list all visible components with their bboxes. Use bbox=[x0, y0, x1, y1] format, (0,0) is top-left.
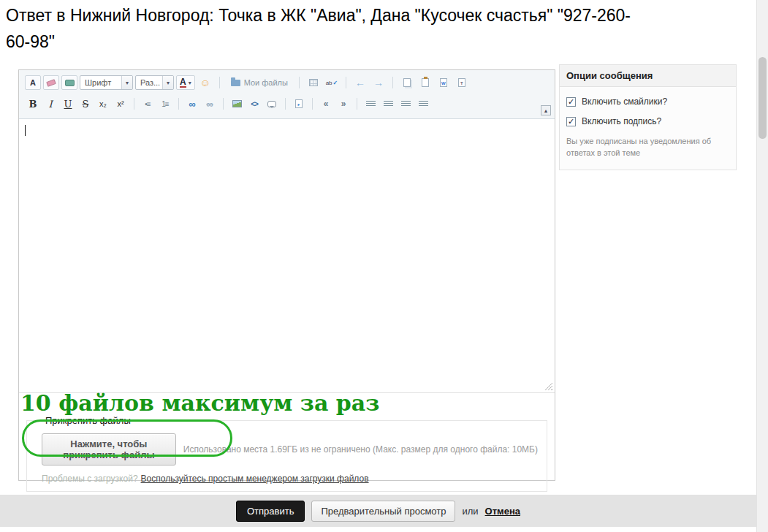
scrollbar-thumb[interactable] bbox=[759, 57, 767, 139]
italic-button[interactable]: I bbox=[42, 96, 58, 111]
editor-mode-button[interactable] bbox=[61, 75, 77, 90]
code-icon: <> bbox=[251, 100, 258, 108]
chevron-down-icon: ▾ bbox=[121, 76, 132, 89]
toolbar-separator bbox=[285, 98, 286, 110]
chevron-down-icon: ▾ bbox=[162, 76, 173, 89]
spellcheck-button[interactable]: ab✓ bbox=[324, 75, 340, 90]
strikethrough-button[interactable]: S bbox=[77, 96, 94, 111]
attach-row: Нажмите, чтобы прикрепить файлы Использо… bbox=[42, 433, 538, 466]
source-icon: A bbox=[30, 78, 36, 87]
attach-files-button[interactable]: Нажмите, чтобы прикрепить файлы bbox=[42, 433, 176, 466]
indent-button[interactable]: » bbox=[335, 96, 351, 111]
italic-icon: I bbox=[43, 97, 58, 110]
align-center-button[interactable] bbox=[380, 96, 396, 111]
simple-uploader-link[interactable]: Воспользуйтесь простым менеджером загруз… bbox=[141, 474, 369, 484]
toolbar-separator bbox=[219, 77, 220, 88]
ordered-list-button[interactable]: 1≡ bbox=[157, 96, 173, 111]
superscript-icon: x² bbox=[113, 97, 128, 110]
redo-button[interactable]: → bbox=[370, 75, 387, 90]
editor-resize-handle[interactable] bbox=[544, 382, 552, 390]
upload-problems-row: Проблемы с загрузкой?Воспользуйтесь прос… bbox=[42, 474, 538, 484]
table-button[interactable] bbox=[305, 75, 322, 90]
upload-problems-text: Проблемы с загрузкой? bbox=[42, 474, 138, 484]
unlink-icon: ∞ bbox=[206, 99, 213, 110]
insert-attachment-button[interactable]: ▸ bbox=[291, 96, 307, 111]
source-mode-button[interactable]: A bbox=[25, 75, 41, 90]
storage-usage-text: Использовано места 1.69ГБ из не ограниче… bbox=[183, 444, 538, 455]
remove-format-button[interactable] bbox=[43, 75, 59, 90]
paste-button[interactable] bbox=[417, 75, 433, 90]
size-dropdown-label: Раз... bbox=[136, 76, 162, 89]
enable-smilies-option[interactable]: ✓ Включить смайлики? bbox=[566, 96, 729, 107]
message-options-panel: Опции сообщения ✓ Включить смайлики? ✓ В… bbox=[559, 64, 737, 170]
spellcheck-icon: ab✓ bbox=[326, 80, 338, 86]
superscript-button[interactable]: x² bbox=[113, 96, 129, 111]
subscript-button[interactable]: x₂ bbox=[95, 96, 111, 111]
outdent-icon: « bbox=[324, 99, 329, 109]
my-files-button[interactable]: Мои файлы bbox=[226, 75, 293, 90]
submit-button[interactable]: Отправить bbox=[236, 501, 305, 522]
cancel-link[interactable]: Отмена bbox=[485, 506, 520, 517]
page-scrollbar[interactable] bbox=[756, 0, 768, 532]
page-title: Ответ в Нижний Новгород: Точка в ЖК "Ави… bbox=[6, 3, 645, 55]
toolbar-separator bbox=[346, 77, 346, 88]
paste-as-text-button[interactable]: T bbox=[454, 75, 470, 90]
editor-scroll-up-button[interactable]: ▲ bbox=[541, 105, 551, 115]
insert-link-button[interactable]: ∞ bbox=[184, 96, 200, 111]
align-right-button[interactable] bbox=[398, 96, 414, 111]
message-options-title: Опции сообщения bbox=[560, 65, 736, 87]
quote-icon bbox=[267, 101, 276, 107]
preview-button[interactable]: Предварительный просмотр bbox=[311, 501, 455, 522]
link-icon: ∞ bbox=[189, 99, 195, 110]
subscript-icon: x₂ bbox=[96, 97, 110, 110]
toolbar-separator bbox=[357, 98, 357, 110]
enable-signature-checkbox[interactable]: ✓ bbox=[566, 117, 576, 126]
toolbar-separator bbox=[299, 77, 300, 88]
size-dropdown[interactable]: Раз... ▾ bbox=[135, 75, 174, 90]
checkmark-icon: ✓ bbox=[568, 118, 574, 126]
folder-icon bbox=[231, 80, 240, 86]
outdent-button[interactable]: « bbox=[318, 96, 334, 111]
paste-from-word-button[interactable]: W bbox=[436, 75, 452, 90]
or-text: или bbox=[462, 506, 478, 517]
align-justify-button[interactable] bbox=[415, 96, 431, 111]
chevron-down-icon: ▾ bbox=[189, 80, 191, 86]
underline-icon: U bbox=[61, 97, 75, 110]
toolbar-separator bbox=[134, 98, 134, 110]
toolbar-separator bbox=[392, 77, 393, 88]
font-color-button[interactable]: A ▾ bbox=[176, 75, 195, 90]
editor-toolbar: A Шрифт ▾ Раз... ▾ A ▾ ☺ Мои файлы bbox=[19, 70, 555, 119]
undo-button[interactable]: ← bbox=[352, 75, 368, 90]
unordered-list-icon: •≡ bbox=[145, 100, 150, 108]
toolbar-separator bbox=[223, 98, 224, 110]
image-icon bbox=[232, 100, 242, 107]
checkmark-icon: ✓ bbox=[568, 98, 574, 106]
toolbar-row-2: B I U S x₂ x² •≡ 1≡ ∞ ∞ <> ▸ « » bbox=[22, 94, 552, 114]
copy-button[interactable] bbox=[399, 75, 415, 90]
smilies-button[interactable]: ☺ bbox=[197, 75, 213, 90]
align-left-button[interactable] bbox=[362, 96, 379, 111]
indent-icon: » bbox=[341, 99, 346, 109]
attach-files-fieldset: Прикрепить файлы Нажмите, чтобы прикрепи… bbox=[26, 415, 547, 492]
enable-signature-option[interactable]: ✓ Включить подпись? bbox=[566, 116, 729, 126]
enable-smilies-checkbox[interactable]: ✓ bbox=[566, 97, 576, 107]
bold-button[interactable]: B bbox=[25, 96, 41, 111]
insert-image-button[interactable] bbox=[229, 96, 245, 111]
enable-signature-label: Включить подпись? bbox=[582, 116, 661, 126]
paste-icon bbox=[422, 78, 429, 87]
underline-button[interactable]: U bbox=[60, 96, 76, 111]
toolbar-separator bbox=[312, 98, 313, 110]
insert-code-button[interactable]: <> bbox=[246, 96, 262, 111]
insert-quote-button[interactable] bbox=[264, 96, 280, 111]
message-options-body: ✓ Включить смайлики? ✓ Включить подпись?… bbox=[560, 87, 736, 170]
remove-link-button[interactable]: ∞ bbox=[202, 96, 218, 111]
font-dropdown[interactable]: Шрифт ▾ bbox=[80, 75, 133, 90]
align-justify-icon bbox=[419, 101, 428, 107]
keyboard-icon bbox=[65, 80, 75, 86]
bold-icon: B bbox=[26, 97, 40, 110]
toolbar-separator bbox=[178, 98, 179, 110]
smiley-icon: ☺ bbox=[200, 77, 210, 88]
ordered-list-icon: 1≡ bbox=[161, 100, 168, 108]
message-textarea[interactable] bbox=[19, 119, 555, 393]
unordered-list-button[interactable]: •≡ bbox=[140, 96, 156, 111]
